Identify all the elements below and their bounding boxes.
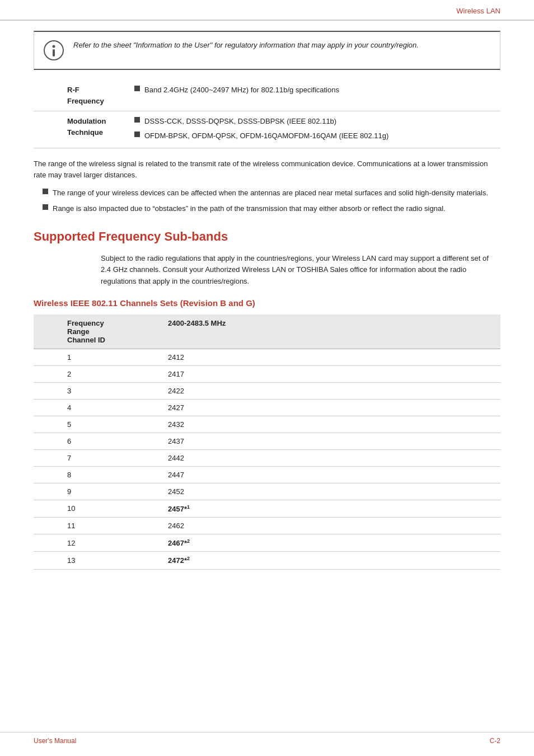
freq-value-cell: 2472*2 [134, 552, 500, 569]
col-header-freq: 2400-2483.5 MHz [134, 314, 500, 349]
freq-value-cell: 2447 [134, 466, 500, 483]
channel-id-cell: 1 [34, 349, 134, 365]
freq-value-cell: 2412 [134, 349, 500, 365]
list-item: Range is also impacted due to “obstacles… [43, 203, 500, 214]
channel-id-cell: 11 [34, 518, 134, 534]
channel-id-cell: 2 [34, 365, 134, 382]
spec-value-rf-text: Band 2.4GHz (2400~2497 MHz) for 802.11b/… [144, 84, 339, 96]
section-heading-freq: Supported Frequency Sub-bands [34, 229, 500, 244]
bullet-icon [134, 86, 140, 91]
freq-value-cell: 2422 [134, 382, 500, 399]
freq-value-cell: 2457*1 [134, 500, 500, 517]
bullet-icon [43, 204, 48, 210]
channel-id-cell: 5 [34, 416, 134, 433]
freq-value-cell: 2432 [134, 416, 500, 433]
spec-label-mod: Modulation Technique [34, 111, 123, 148]
table-row: 132472*2 [34, 552, 500, 569]
table-row: Modulation Technique DSSS-CCK, DSSS-DQPS… [34, 111, 500, 148]
table-row: 32422 [34, 382, 500, 399]
page-footer: User's Manual C-2 [0, 732, 534, 745]
freq-value-cell: 2437 [134, 433, 500, 449]
info-box-text: Refer to the sheet "Information to the U… [73, 40, 419, 51]
table-row: 92452 [34, 483, 500, 500]
spec-value-mod-text1: DSSS-CCK, DSSS-DQPSK, DSSS-DBPSK (IEEE 8… [144, 116, 336, 127]
bullet-icon [134, 117, 140, 123]
list-item: The range of your wireless devices can b… [43, 187, 500, 199]
body-paragraph: The range of the wireless signal is rela… [34, 158, 500, 181]
channel-id-cell: 9 [34, 483, 134, 500]
channel-id-cell: 4 [34, 399, 134, 416]
channel-id-cell: 7 [34, 449, 134, 466]
table-row: 122467*2 [34, 534, 500, 552]
sub-section-heading-ieee: Wireless IEEE 802.11 Channels Sets (Revi… [34, 298, 500, 308]
footer-left: User's Manual [34, 737, 76, 745]
header-title: Wireless LAN [456, 7, 500, 15]
freq-value-cell: 2452 [134, 483, 500, 500]
svg-rect-2 [53, 49, 55, 57]
channel-id-cell: 10 [34, 500, 134, 517]
table-row: 112462 [34, 518, 500, 534]
freq-value-cell: 2417 [134, 365, 500, 382]
svg-point-1 [53, 45, 55, 48]
freq-value-cell: 2427 [134, 399, 500, 416]
channel-id-cell: 6 [34, 433, 134, 449]
spec-value-rf: Band 2.4GHz (2400~2497 MHz) for 802.11b/… [123, 80, 500, 111]
bullet-icon [134, 132, 140, 137]
footer-right: C-2 [490, 737, 500, 745]
bullet-icon [43, 189, 48, 194]
table-row: 82447 [34, 466, 500, 483]
specs-table: R-F Frequency Band 2.4GHz (2400~2497 MHz… [34, 80, 500, 148]
table-row: R-F Frequency Band 2.4GHz (2400~2497 MHz… [34, 80, 500, 111]
spec-value-mod: DSSS-CCK, DSSS-DQPSK, DSSS-DBPSK (IEEE 8… [123, 111, 500, 148]
channel-id-cell: 3 [34, 382, 134, 399]
table-row: 102457*1 [34, 500, 500, 517]
info-box: Refer to the sheet "Information to the U… [34, 31, 500, 70]
col-header-channel: Frequency Range Channel ID [34, 314, 134, 349]
channel-id-cell: 8 [34, 466, 134, 483]
bullet-list: The range of your wireless devices can b… [34, 187, 500, 214]
table-row: 12412 [34, 349, 500, 365]
table-row: 22417 [34, 365, 500, 382]
table-row: 42427 [34, 399, 500, 416]
list-item-text: Range is also impacted due to “obstacles… [53, 203, 446, 214]
freq-value-cell: 2442 [134, 449, 500, 466]
freq-value-cell: 2467*2 [134, 534, 500, 552]
channel-table: Frequency Range Channel ID 2400-2483.5 M… [34, 314, 500, 570]
section-freq-body: Subject to the radio regulations that ap… [101, 253, 500, 287]
spec-value-mod-text2: OFDM-BPSK, OFDM-QPSK, OFDM-16QAMOFDM-16Q… [144, 130, 388, 142]
list-item-text: The range of your wireless devices can b… [53, 187, 488, 199]
table-row: 62437 [34, 433, 500, 449]
page-content: Refer to the sheet "Information to the U… [0, 31, 534, 614]
page-header: Wireless LAN [0, 0, 534, 21]
table-row: 72442 [34, 449, 500, 466]
table-header-row: Frequency Range Channel ID 2400-2483.5 M… [34, 314, 500, 349]
freq-value-cell: 2462 [134, 518, 500, 534]
spec-label-rf: R-F Frequency [34, 80, 123, 111]
info-icon [43, 40, 64, 61]
channel-id-cell: 12 [34, 534, 134, 552]
table-row: 52432 [34, 416, 500, 433]
channel-id-cell: 13 [34, 552, 134, 569]
